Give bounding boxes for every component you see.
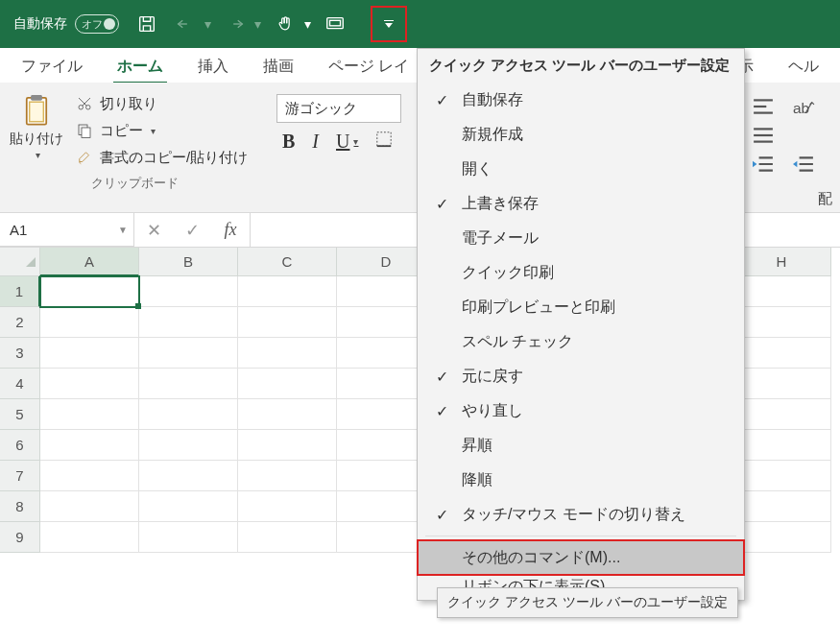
enter-formula-button[interactable]: ✓ bbox=[173, 220, 211, 241]
chevron-down-icon[interactable]: ▾ bbox=[301, 16, 313, 32]
row-head[interactable]: 7 bbox=[0, 461, 40, 491]
qat-menu-item[interactable]: ✓自動保存 bbox=[418, 83, 744, 117]
italic-button[interactable]: I bbox=[312, 131, 319, 153]
customize-qat-button[interactable] bbox=[374, 10, 403, 38]
cell[interactable] bbox=[40, 491, 139, 522]
decrease-indent-icon[interactable] bbox=[750, 154, 777, 175]
cell[interactable] bbox=[732, 399, 831, 430]
undo-button[interactable]: ▾ bbox=[169, 8, 213, 40]
cell[interactable] bbox=[40, 276, 139, 307]
cell[interactable] bbox=[40, 338, 139, 369]
col-head-h[interactable]: H bbox=[732, 248, 831, 276]
tab-insert[interactable]: 挿入 bbox=[180, 51, 246, 83]
copy-button[interactable]: コピー ▾ bbox=[71, 119, 252, 142]
screen-reader-button[interactable] bbox=[319, 8, 351, 40]
qat-more-commands[interactable]: その他のコマンド(M)... bbox=[418, 540, 744, 575]
tab-help[interactable]: ヘル bbox=[771, 51, 836, 83]
tab-page-layout[interactable]: ページ レイ bbox=[311, 51, 426, 83]
col-head-b[interactable]: B bbox=[139, 248, 238, 276]
row-head[interactable]: 5 bbox=[0, 399, 40, 430]
redo-button[interactable]: ▾ bbox=[219, 8, 263, 40]
cell[interactable] bbox=[238, 430, 337, 461]
cell[interactable] bbox=[238, 399, 337, 430]
touch-mode-button[interactable]: ▾ bbox=[269, 8, 313, 40]
tab-home[interactable]: ホーム bbox=[100, 51, 180, 83]
align-justify-icon[interactable] bbox=[750, 125, 777, 146]
cell[interactable] bbox=[238, 491, 337, 522]
save-button[interactable] bbox=[131, 8, 163, 40]
chevron-down-icon[interactable]: ▾ bbox=[353, 136, 358, 147]
cell[interactable] bbox=[139, 430, 238, 461]
chevron-down-icon[interactable]: ▾ bbox=[36, 150, 40, 160]
qat-menu-item[interactable]: クイック印刷 bbox=[418, 255, 744, 290]
chevron-down-icon[interactable]: ▾ bbox=[202, 16, 213, 32]
cell[interactable] bbox=[238, 461, 337, 491]
cell[interactable] bbox=[40, 430, 139, 461]
row-head[interactable]: 2 bbox=[0, 307, 40, 338]
qat-menu-item[interactable]: ✓上書き保存 bbox=[418, 186, 744, 221]
qat-menu-item[interactable]: スペル チェック bbox=[418, 324, 744, 359]
cell[interactable] bbox=[139, 399, 238, 430]
row-head[interactable]: 4 bbox=[0, 369, 40, 399]
cell[interactable] bbox=[40, 522, 139, 553]
cancel-formula-button[interactable]: ✕ bbox=[134, 220, 173, 241]
chevron-down-icon[interactable]: ▾ bbox=[151, 126, 156, 136]
select-all-corner[interactable] bbox=[0, 248, 40, 276]
border-button[interactable] bbox=[375, 131, 393, 153]
qat-menu-item[interactable]: 新規作成 bbox=[418, 117, 744, 152]
cut-button[interactable]: 切り取り bbox=[71, 92, 252, 115]
qat-menu-item[interactable]: ✓タッチ/マウス モードの切り替え bbox=[418, 497, 744, 532]
name-box[interactable]: A1 ▼ bbox=[0, 213, 134, 247]
cell[interactable] bbox=[139, 491, 238, 522]
row-head[interactable]: 6 bbox=[0, 430, 40, 461]
underline-button[interactable]: U ▾ bbox=[336, 131, 358, 153]
chevron-down-icon[interactable]: ▾ bbox=[252, 16, 263, 32]
cell[interactable] bbox=[732, 338, 831, 369]
qat-menu-item[interactable]: 昇順 bbox=[418, 428, 744, 463]
cell[interactable] bbox=[732, 461, 831, 491]
toggle-switch[interactable]: オフ bbox=[75, 14, 119, 34]
cell[interactable] bbox=[238, 522, 337, 553]
cell[interactable] bbox=[732, 276, 831, 307]
insert-function-button[interactable]: fx bbox=[211, 220, 250, 240]
cell[interactable] bbox=[238, 307, 337, 338]
autosave-toggle[interactable]: 自動保存 オフ bbox=[8, 14, 125, 34]
cell[interactable] bbox=[40, 461, 139, 491]
cell[interactable] bbox=[238, 338, 337, 369]
cell[interactable] bbox=[139, 307, 238, 338]
cell[interactable] bbox=[40, 399, 139, 430]
cell[interactable] bbox=[40, 369, 139, 399]
row-head[interactable]: 8 bbox=[0, 491, 40, 522]
tab-file[interactable]: ファイル bbox=[4, 51, 100, 83]
paste-button[interactable]: 貼り付け ▾ bbox=[6, 88, 67, 169]
cell[interactable] bbox=[238, 369, 337, 399]
cell[interactable] bbox=[40, 307, 139, 338]
row-head[interactable]: 1 bbox=[0, 276, 40, 307]
qat-menu-item[interactable]: 印刷プレビューと印刷 bbox=[418, 290, 744, 324]
cell[interactable] bbox=[732, 430, 831, 461]
orientation-icon[interactable]: ab bbox=[790, 96, 817, 117]
format-painter-button[interactable]: 書式のコピー/貼り付け bbox=[71, 146, 252, 169]
row-head[interactable]: 3 bbox=[0, 338, 40, 369]
bold-button[interactable]: B bbox=[282, 131, 295, 153]
cell[interactable] bbox=[139, 461, 238, 491]
qat-menu-item[interactable]: 降順 bbox=[418, 463, 744, 497]
cell[interactable] bbox=[732, 307, 831, 338]
font-name-select[interactable]: 游ゴシック bbox=[276, 94, 401, 123]
cell[interactable] bbox=[139, 522, 238, 553]
cell[interactable] bbox=[139, 276, 238, 307]
cell[interactable] bbox=[139, 338, 238, 369]
align-left-icon[interactable] bbox=[750, 96, 777, 117]
qat-menu-item[interactable]: 電子メール bbox=[418, 221, 744, 255]
increase-indent-icon[interactable] bbox=[790, 154, 817, 175]
cell[interactable] bbox=[238, 276, 337, 307]
tab-draw[interactable]: 描画 bbox=[246, 51, 311, 83]
cell[interactable] bbox=[732, 491, 831, 522]
qat-menu-item[interactable]: ✓元に戻す bbox=[418, 359, 744, 393]
col-head-c[interactable]: C bbox=[238, 248, 337, 276]
chevron-down-icon[interactable]: ▼ bbox=[118, 225, 128, 235]
cell[interactable] bbox=[139, 369, 238, 399]
cell[interactable] bbox=[732, 369, 831, 399]
qat-menu-item[interactable]: 開く bbox=[418, 152, 744, 186]
cell[interactable] bbox=[732, 522, 831, 553]
